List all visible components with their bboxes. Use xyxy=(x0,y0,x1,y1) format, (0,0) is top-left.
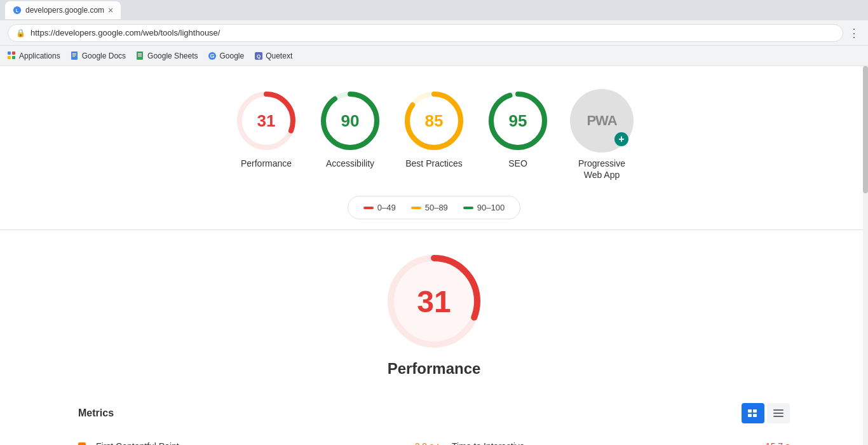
seo-score: 95 xyxy=(509,111,527,131)
legend-orange-dot xyxy=(411,207,421,209)
address-text: https://developers.google.com/web/tools/… xyxy=(31,28,835,38)
best-practices-gauge-circle: 85 xyxy=(402,89,466,153)
svg-rect-12 xyxy=(138,55,142,55)
pwa-circle: PWA + xyxy=(570,89,634,153)
svg-rect-33 xyxy=(773,413,783,414)
gauge-pwa[interactable]: PWA + ProgressiveWeb App xyxy=(570,89,634,181)
svg-rect-4 xyxy=(8,56,11,59)
lock-icon: 🔒 xyxy=(16,29,25,38)
metric-fcp: First Contentful Paint 2.9 s xyxy=(78,434,434,445)
legend-orange-range: 50–89 xyxy=(425,203,448,212)
google-docs-icon xyxy=(71,51,79,60)
svg-text:Q: Q xyxy=(257,53,261,59)
big-gauge-section: 31 Performance xyxy=(0,240,868,403)
bookmark-applications[interactable]: Applications xyxy=(8,51,60,60)
gauge-accessibility[interactable]: 90 Accessibility xyxy=(318,89,382,169)
big-section-title: Performance xyxy=(388,360,481,378)
performance-gauge-circle: 31 xyxy=(234,89,298,153)
performance-score: 31 xyxy=(257,111,276,131)
view-toggle xyxy=(742,403,790,423)
legend-green-dot xyxy=(463,207,473,209)
tab-close-icon[interactable]: × xyxy=(108,5,113,15)
pwa-plus-icon: + xyxy=(614,132,628,146)
card-view-icon xyxy=(748,409,758,417)
svg-rect-2 xyxy=(8,51,11,55)
legend-red: 0–49 xyxy=(363,203,396,212)
big-performance-score: 31 xyxy=(417,284,451,319)
svg-rect-3 xyxy=(12,51,15,55)
tti-value: 15.7 s xyxy=(766,441,790,445)
gauge-seo[interactable]: 95 SEO xyxy=(486,89,550,169)
svg-rect-11 xyxy=(138,53,142,54)
accessibility-gauge-circle: 90 xyxy=(318,89,382,153)
tti-name: Time to Interactive xyxy=(452,441,756,445)
svg-rect-28 xyxy=(748,409,752,413)
svg-text:G: G xyxy=(210,53,215,59)
metrics-grid: First Contentful Paint 2.9 s Time to Int… xyxy=(78,434,790,445)
big-performance-gauge: 31 xyxy=(383,250,485,352)
bookmark-google-docs[interactable]: Google Docs xyxy=(71,51,126,60)
svg-rect-8 xyxy=(72,55,76,55)
metrics-header: Metrics xyxy=(78,403,790,423)
list-view-button[interactable] xyxy=(767,403,790,423)
metrics-section: Metrics xyxy=(53,403,815,445)
lighthouse-tab-icon: L xyxy=(13,6,22,15)
scrollbar-thumb[interactable] xyxy=(863,66,868,193)
bookmark-label: Applications xyxy=(19,51,60,60)
google-sheets-icon xyxy=(136,51,145,60)
bookmark-label: Google xyxy=(219,51,244,60)
legend-red-dot xyxy=(363,207,374,209)
svg-rect-5 xyxy=(12,56,15,59)
svg-rect-31 xyxy=(753,414,757,417)
legend-green: 90–100 xyxy=(463,203,505,212)
list-view-icon xyxy=(773,409,783,417)
gauges-row: 31 Performance 90 Accessibility xyxy=(0,79,868,186)
fcp-icon xyxy=(78,441,88,445)
svg-rect-10 xyxy=(137,51,143,60)
fcp-value: 2.9 s xyxy=(415,441,434,445)
browser-toolbar: 🔒 https://developers.google.com/web/tool… xyxy=(0,20,868,46)
bookmark-label: Google Sheets xyxy=(147,51,198,60)
svg-rect-7 xyxy=(72,53,76,54)
score-legend: 0–49 50–89 90–100 xyxy=(348,196,520,219)
pwa-label: ProgressiveWeb App xyxy=(578,158,625,181)
bookmarks-bar: Applications Google Docs Google Sheets G… xyxy=(0,46,868,66)
metrics-title: Metrics xyxy=(78,407,114,419)
svg-text:L: L xyxy=(16,8,19,13)
gauge-best-practices[interactable]: 85 Best Practices xyxy=(402,89,466,169)
svg-rect-34 xyxy=(773,416,783,417)
bookmark-google[interactable]: G Google xyxy=(208,51,244,60)
accessibility-label: Accessibility xyxy=(326,158,374,169)
address-bar[interactable]: 🔒 https://developers.google.com/web/tool… xyxy=(8,24,843,42)
accessibility-score: 90 xyxy=(341,111,360,131)
best-practices-label: Best Practices xyxy=(405,158,462,169)
bookmark-quetext[interactable]: Q Quetext xyxy=(254,51,292,60)
bookmark-label: Quetext xyxy=(266,51,292,60)
bookmark-google-sheets[interactable]: Google Sheets xyxy=(136,51,198,60)
tti-icon xyxy=(434,441,444,445)
svg-rect-9 xyxy=(72,56,75,57)
legend-orange: 50–89 xyxy=(411,203,448,212)
svg-rect-13 xyxy=(138,56,142,57)
tab-lighthouse[interactable]: L developers.google.com × xyxy=(5,1,121,19)
bookmark-label: Google Docs xyxy=(82,51,126,60)
metric-tti: Time to Interactive 15.7 s xyxy=(434,434,790,445)
card-view-button[interactable] xyxy=(742,403,764,423)
menu-dots-icon[interactable]: ⋮ xyxy=(848,26,860,40)
apps-grid-icon xyxy=(8,51,17,60)
scrollbar[interactable] xyxy=(863,66,868,445)
page-content: 31 Performance 90 Accessibility xyxy=(0,66,868,445)
gauge-performance[interactable]: 31 Performance xyxy=(234,89,298,169)
tab-label: developers.google.com xyxy=(25,6,104,15)
quetext-icon: Q xyxy=(254,51,263,60)
best-practices-score: 85 xyxy=(425,111,444,131)
legend-green-range: 90–100 xyxy=(477,203,505,212)
svg-rect-29 xyxy=(753,409,757,413)
seo-label: SEO xyxy=(508,158,527,169)
performance-label: Performance xyxy=(241,158,292,169)
svg-rect-30 xyxy=(748,414,752,417)
section-divider xyxy=(0,229,868,230)
svg-rect-32 xyxy=(773,409,783,411)
fcp-name: First Contentful Paint xyxy=(96,441,405,445)
seo-gauge-circle: 95 xyxy=(486,89,550,153)
